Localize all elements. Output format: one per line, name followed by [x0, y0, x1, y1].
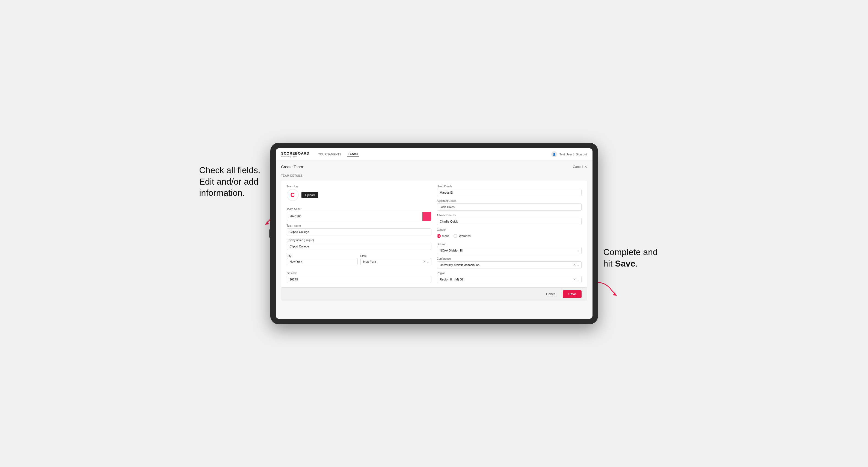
gender-womens-option[interactable]: Womens — [454, 234, 470, 238]
cancel-x-button[interactable]: Cancel ✕ — [573, 165, 587, 169]
user-avatar: 👤 — [551, 151, 557, 157]
display-name-input[interactable] — [287, 243, 431, 250]
division-select-wrapper: NCAA Division III ⌄ — [437, 247, 582, 254]
color-input-wrapper — [287, 212, 431, 221]
page-title: Create Team — [281, 165, 303, 169]
annotation-right: Complete andhit Save. — [603, 247, 674, 269]
user-label: Test User | — [559, 153, 574, 156]
team-name-label: Team name — [287, 224, 431, 227]
city-input[interactable] — [287, 258, 358, 265]
navbar: SCOREBOARD Powered by clippd TOURNAMENTS… — [276, 148, 592, 160]
sign-out-link[interactable]: Sign out — [576, 153, 587, 156]
region-label: Region — [437, 272, 582, 275]
annotation-left: Check all fields.Edit and/or addinformat… — [199, 165, 265, 199]
conference-group: Conference University Athletic Associati… — [437, 257, 582, 269]
city-state-row: City State New York ✕ — [287, 253, 431, 265]
division-label: Division — [437, 243, 582, 246]
section-title: TEAM DETAILS — [281, 174, 303, 177]
region-value: Region II - (M) DIII — [437, 276, 573, 283]
logo-text: SCOREBOARD — [281, 151, 310, 155]
team-colour-input[interactable] — [287, 213, 423, 220]
logo-sub: Powered by clippd — [281, 155, 310, 157]
gender-mens-option[interactable]: Mens — [437, 234, 450, 238]
upload-button[interactable]: Upload — [302, 192, 319, 198]
region-clear-icon[interactable]: ✕ — [573, 278, 576, 281]
team-colour-group: Team colour — [287, 208, 431, 221]
save-button[interactable]: Save — [563, 290, 581, 298]
tablet-side-button — [269, 229, 270, 238]
form-right-column: Head Coach Assistant Coach Athletic Dire… — [437, 185, 582, 283]
gender-mens-label: Mens — [442, 234, 450, 238]
close-icon: ✕ — [584, 165, 587, 169]
conference-label: Conference — [437, 257, 582, 260]
tablet-frame: SCOREBOARD Powered by clippd TOURNAMENTS… — [270, 143, 598, 324]
division-select-actions: ⌄ — [577, 249, 581, 252]
head-coach-label: Head Coach — [437, 185, 582, 188]
team-name-input[interactable] — [287, 228, 431, 236]
gender-mens-radio[interactable] — [437, 234, 441, 238]
nav-right: 👤 Test User | Sign out — [551, 151, 587, 157]
svg-marker-1 — [613, 292, 617, 296]
region-select-actions: ✕ ⌄ — [573, 278, 581, 281]
state-chevron-icon[interactable]: ⌄ — [427, 260, 429, 263]
zip-code-group: Zip code — [287, 272, 431, 283]
city-state-group: City State New York ✕ — [287, 253, 431, 269]
conference-select-wrapper: University Athletic Association ✕ ⌄ — [437, 261, 582, 269]
team-logo-group: Team logo C Upload — [287, 185, 431, 204]
color-swatch — [423, 212, 431, 221]
team-logo-label: Team logo — [287, 185, 431, 188]
region-group: Region Region II - (M) DIII ✕ ⌄ — [437, 272, 582, 283]
athletic-director-group: Athletic Director — [437, 214, 582, 225]
conference-value: University Athletic Association — [437, 261, 573, 268]
form-left-column: Team logo C Upload Team colo — [287, 185, 431, 283]
form-footer: Cancel Save — [281, 287, 587, 301]
nav-tournaments[interactable]: TOURNAMENTS — [317, 153, 342, 156]
assistant-coach-input[interactable] — [437, 204, 582, 211]
assistant-coach-label: Assistant Coach — [437, 199, 582, 203]
state-value: New York — [361, 258, 423, 265]
region-chevron-icon[interactable]: ⌄ — [577, 278, 579, 281]
state-subgroup: State New York ✕ ⌄ — [361, 253, 431, 265]
state-label: State — [361, 254, 367, 257]
gender-womens-radio[interactable] — [454, 234, 457, 238]
page-title-bar: Create Team Cancel ✕ — [281, 165, 587, 169]
gender-group: Gender Mens Womens — [437, 228, 582, 240]
logo-area: SCOREBOARD Powered by clippd — [281, 151, 310, 157]
logo-upload-area: C Upload — [287, 189, 431, 201]
section-label-area: TEAM DETAILS — [281, 173, 587, 178]
tablet-screen: SCOREBOARD Powered by clippd TOURNAMENTS… — [276, 148, 592, 319]
conference-chevron-icon[interactable]: ⌄ — [577, 263, 579, 267]
conference-clear-icon[interactable]: ✕ — [573, 263, 576, 267]
zip-input[interactable] — [287, 276, 431, 283]
zip-label: Zip code — [287, 272, 431, 275]
conference-select-actions: ✕ ⌄ — [573, 263, 581, 267]
cancel-button[interactable]: Cancel — [542, 290, 560, 298]
form-section: Team logo C Upload Team colo — [281, 181, 587, 287]
main-content: Create Team Cancel ✕ TEAM DETAILS — [276, 160, 592, 319]
gender-label: Gender — [437, 228, 582, 231]
state-select-actions: ✕ ⌄ — [423, 260, 431, 263]
gender-womens-label: Womens — [459, 234, 470, 238]
form-grid: Team logo C Upload Team colo — [287, 185, 582, 283]
head-coach-input[interactable] — [437, 189, 582, 196]
region-select-wrapper: Region II - (M) DIII ✕ ⌄ — [437, 276, 582, 283]
svg-marker-0 — [265, 221, 269, 225]
athletic-director-label: Athletic Director — [437, 214, 582, 217]
division-chevron-icon[interactable]: ⌄ — [577, 249, 579, 252]
head-coach-group: Head Coach — [437, 185, 582, 196]
team-name-group: Team name — [287, 224, 431, 236]
team-logo-circle: C — [287, 189, 299, 201]
team-logo-letter: C — [290, 191, 295, 198]
nav-links: TOURNAMENTS TEAMS — [317, 152, 551, 156]
state-select-wrapper: New York ✕ ⌄ — [361, 258, 431, 265]
state-clear-icon[interactable]: ✕ — [423, 260, 426, 263]
display-name-group: Display name (unique) — [287, 239, 431, 250]
assistant-coach-group: Assistant Coach — [437, 199, 582, 211]
nav-teams[interactable]: TEAMS — [347, 152, 359, 156]
display-name-label: Display name (unique) — [287, 239, 431, 242]
gender-radio-group: Mens Womens — [437, 232, 582, 240]
team-colour-label: Team colour — [287, 208, 431, 211]
division-group: Division NCAA Division III ⌄ — [437, 243, 582, 254]
city-label: City — [287, 254, 291, 257]
athletic-director-input[interactable] — [437, 218, 582, 225]
